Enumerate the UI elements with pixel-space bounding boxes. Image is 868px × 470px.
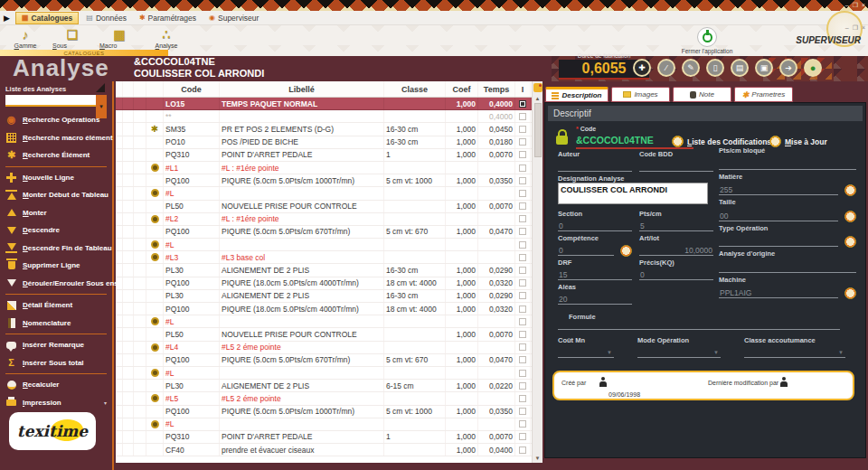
row-checkbox[interactable]	[519, 228, 526, 235]
lookup-icon[interactable]	[844, 287, 856, 299]
designation-input[interactable]: COULISSER COL ARRONDI	[558, 183, 708, 204]
field-value[interactable]: 0	[639, 270, 713, 280]
table-row[interactable]: PQ100PIQURE (5.0cm 5.0Pts/cm 1000Tr/mn)5…	[116, 406, 542, 418]
row-checkbox[interactable]	[519, 254, 526, 261]
table-row[interactable]: **0,4000	[116, 110, 542, 123]
dropdown-co-t-mn[interactable]: Coût Mn▼	[558, 336, 614, 360]
row-checkbox[interactable]	[519, 100, 526, 108]
row-checkbox[interactable]	[519, 190, 526, 197]
table-row[interactable]: ✱SM35PR ET POS 2 ELEMENTS (D-G)16-30 cm1…	[116, 123, 542, 136]
lookup-icon[interactable]	[844, 211, 856, 222]
table-row[interactable]: PQ310POINT D'ARRET PEDALE11,0000,0070	[116, 149, 542, 162]
field-drf[interactable]: DRF15	[558, 258, 632, 283]
minimize-button[interactable]: –	[845, 24, 849, 32]
row-checkbox[interactable]	[519, 395, 526, 402]
sidebar-item-d-rouler-enrouler-sous-ensemble[interactable]: Dérouler/Enrouler Sous ensemble	[5, 275, 107, 293]
table-row[interactable]: PL30ALIGNEMENT DE 2 PLIS6-15 cm1,0000,02…	[116, 380, 542, 392]
row-checkbox[interactable]	[519, 215, 526, 222]
row-checkbox[interactable]	[519, 446, 526, 454]
sidebar-item-nouvelle-ligne[interactable]: Nouvelle Ligne	[5, 169, 107, 187]
field-value[interactable]: 5	[639, 221, 713, 231]
field-auteur[interactable]: Auteur	[558, 150, 632, 174]
field-value[interactable]: 00	[719, 212, 838, 221]
exit-button[interactable]: ➔	[779, 59, 797, 77]
table-row[interactable]: CF40prendre et évacuer ciseaux1,0000,040…	[116, 444, 542, 456]
window-controls-inner[interactable]: –❐×	[845, 24, 865, 32]
table-row[interactable]: PQ100PIQURE (18.0cm 5.0Pts/cm 4000Tr/mn)…	[116, 303, 542, 315]
field-pts-cm-bloqu-[interactable]: Pts/cm bloqué	[719, 146, 856, 173]
chevron-down-icon[interactable]: ▼	[558, 347, 614, 358]
delete-button[interactable]: ▯	[706, 59, 724, 77]
field-al-as[interactable]: Aléas20	[558, 283, 632, 307]
field-art-lot[interactable]: Art/lot10,0000	[639, 234, 713, 258]
row-checkbox[interactable]	[519, 202, 526, 210]
field-mati-re[interactable]: Matière255	[719, 173, 856, 199]
sidebar-item-recherche-op-rations[interactable]: ◉Recherche Opérations	[5, 111, 107, 129]
field-value[interactable]: PPL1AIG	[719, 288, 838, 298]
field-value[interactable]	[639, 163, 713, 172]
table-row[interactable]: PQ100PIQURE (5.0cm 5.0Pts/cm 670Tr/mn)5 …	[116, 354, 542, 367]
sidebar-item-impression[interactable]: Impression▾	[5, 394, 107, 412]
row-checkbox[interactable]	[519, 408, 526, 415]
sidebar-item-recherche-l-ment[interactable]: ✱Recherche Élément	[5, 146, 107, 164]
close-button[interactable]: ×	[862, 2, 865, 9]
tree-button[interactable]: ●	[804, 59, 822, 77]
scroll-up-icon[interactable]: ▲	[535, 96, 541, 101]
row-checkbox[interactable]	[519, 420, 526, 428]
sidebar-item-recalculer[interactable]: Recalculer	[5, 376, 107, 394]
minimize-button[interactable]: –	[845, 2, 849, 9]
sidebar-item-d-tail-l-ment[interactable]: Détail Élément	[5, 296, 107, 315]
window-controls-outer[interactable]: –❐×	[845, 2, 865, 9]
restore-button[interactable]: ❐	[853, 2, 858, 9]
table-row[interactable]: PQ100PIQURE (5.0cm 5.0Pts/cm 670Tr/mn)5 …	[116, 226, 542, 239]
table-row[interactable]: #L	[116, 367, 542, 380]
scroll-thumb[interactable]	[534, 103, 542, 157]
clean-button[interactable]: ⁄	[657, 59, 675, 77]
row-checkbox[interactable]	[519, 318, 526, 325]
field-value[interactable]: 0	[558, 221, 632, 231]
formule-field[interactable]: Formule	[558, 313, 840, 330]
table-row[interactable]: PQ100PIQURE (5.0cm 5.0Pts/cm 1000Tr/mn)5…	[116, 174, 542, 187]
row-checkbox[interactable]	[519, 331, 526, 338]
dropdown-mode-op-ration[interactable]: Mode Opération▼	[637, 336, 721, 360]
row-checkbox[interactable]	[519, 343, 526, 351]
row-checkbox[interactable]	[519, 241, 526, 249]
lookup-icon[interactable]	[844, 184, 856, 196]
chevron-down-icon[interactable]: ▼	[637, 347, 721, 358]
table-options-button[interactable]	[533, 83, 542, 92]
field-code-bdd[interactable]: Code BDD	[639, 150, 713, 174]
row-checkbox[interactable]	[519, 356, 526, 363]
field-pr-cis-kq-[interactable]: Précis(KQ)0	[639, 258, 713, 283]
table-scrollbar[interactable]: ▲ ▼	[532, 81, 542, 463]
field-value[interactable]	[558, 163, 632, 172]
table-row[interactable]: #L5#L5 2 éme pointe	[116, 392, 542, 405]
sidebar-item-descendre[interactable]: Descendre	[5, 221, 107, 240]
new-button[interactable]: ✚	[633, 59, 651, 77]
table-row[interactable]: #L4#L5 2 éme pointe	[116, 342, 542, 354]
field-value[interactable]: 10,0000	[639, 246, 713, 256]
table-row[interactable]: #L	[116, 187, 542, 200]
lookup-icon[interactable]	[620, 245, 632, 257]
row-checkbox[interactable]	[519, 164, 526, 172]
tab-description[interactable]: Description	[545, 87, 609, 102]
table-row[interactable]: PL50NOUVELLE PRISE POUR CONTROLE1,0000,0…	[116, 201, 542, 213]
edit-button[interactable]: ✎	[682, 59, 700, 77]
table-row[interactable]: #L2#L : #1ére pointe	[116, 213, 542, 226]
field-value[interactable]	[719, 238, 838, 247]
field-pts-cm[interactable]: Pts/cm5	[639, 210, 713, 234]
row-checkbox[interactable]	[519, 370, 526, 377]
table-row[interactable]: PQ100PIQURE (18.0cm 5.0Pts/cm 4000Tr/mn)…	[116, 277, 542, 290]
table-row[interactable]: #L	[116, 315, 542, 328]
table-row[interactable]: #L	[116, 418, 542, 431]
field-value[interactable]	[719, 264, 856, 273]
table-row[interactable]: #L3#L3 base col	[116, 251, 542, 264]
analyses-combo-input[interactable]	[5, 95, 96, 105]
dropdown-classe-accoutumance[interactable]: Classe accoutumance▼	[744, 336, 845, 360]
row-checkbox[interactable]	[519, 151, 526, 158]
sidebar-item-ins-rer-sous-total[interactable]: ΣInsérer Sous total	[5, 354, 107, 372]
menu-item-données[interactable]: ▤Données	[80, 12, 132, 24]
tab-prametres[interactable]: ✱Prametres	[734, 87, 793, 102]
row-checkbox[interactable]	[519, 433, 526, 440]
table-row[interactable]: #L1#L : #1ére pointe	[116, 162, 542, 174]
lookup-icon[interactable]	[844, 236, 856, 248]
